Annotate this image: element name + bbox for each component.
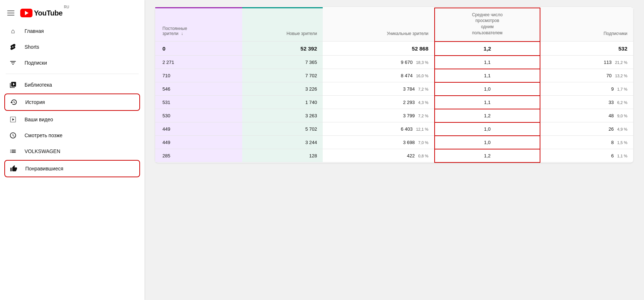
home-icon: ⌂ — [9, 27, 17, 35]
col-header-new-text: Новые зрители — [287, 31, 317, 36]
cell-permanent: 710 — [155, 69, 242, 82]
cell-unique: 3 799 7,2 % — [323, 109, 435, 122]
cell-new: 3 263 — [242, 109, 323, 122]
cell-unique: 3 784 7,2 % — [323, 82, 435, 96]
shorts-icon — [9, 43, 17, 51]
cell-unique: 422 0,8 % — [323, 149, 435, 162]
table-row: 285128422 0,8 %1,26 1,1 % — [155, 149, 633, 162]
sidebar-item-watch-later[interactable]: Смотреть позже — [0, 127, 144, 143]
logo[interactable]: YouTube RU — [20, 9, 69, 17]
table-row: 5463 2263 784 7,2 %1,09 1,7 % — [155, 82, 633, 96]
main-content: Постоянныезрители ↓ Новые зрители Уникал… — [144, 0, 644, 300]
cell-permanent: 449 — [155, 136, 242, 149]
sidebar-item-liked[interactable]: Понравившиеся — [4, 160, 140, 177]
col-header-unique[interactable]: Уникальные зрители — [323, 8, 435, 42]
col-header-avg-text: Среднее числопросмотроводнимпользователе… — [441, 12, 534, 36]
cell-permanent: 530 — [155, 109, 242, 122]
nav-label-library: Библиотека — [25, 82, 52, 88]
cell-avg: 1,1 — [435, 96, 540, 109]
table-row: 5303 2633 799 7,2 %1,248 9,0 % — [155, 109, 633, 122]
cell-subs: 33 6,2 % — [540, 96, 633, 109]
nav-label-volkswagen: VOLKSWAGEN — [25, 148, 60, 154]
sidebar-item-volkswagen[interactable]: VOLKSWAGEN — [0, 143, 144, 159]
cell-new: 7 365 — [242, 56, 323, 69]
col-header-new[interactable]: Новые зрители — [242, 8, 323, 42]
cell-new: 1 740 — [242, 96, 323, 109]
cell-permanent: 531 — [155, 96, 242, 109]
table-row: 4493 2443 698 7,0 %1,08 1,5 % — [155, 136, 633, 149]
table-row: 2 2717 3659 670 18,3 %1,1113 21,2 % — [155, 56, 633, 69]
nav-label-home: Главная — [25, 28, 44, 34]
cell-new: 3 244 — [242, 136, 323, 149]
cell-unique: 2 293 4,3 % — [323, 96, 435, 109]
table-row: 5311 7402 293 4,3 %1,133 6,2 % — [155, 96, 633, 109]
nav-label-watch-later: Смотреть позже — [25, 132, 62, 138]
library-icon — [9, 81, 17, 89]
cell-permanent: 285 — [155, 149, 242, 162]
sidebar-item-library[interactable]: Библиотека — [0, 77, 144, 93]
summary-avg: 1,2 — [435, 42, 540, 56]
hamburger-icon[interactable] — [7, 10, 14, 16]
sidebar-header: YouTube RU — [0, 6, 144, 23]
cell-avg: 1,2 — [435, 109, 540, 122]
history-icon — [9, 98, 18, 106]
subscriptions-icon — [9, 58, 17, 67]
summary-subs: 532 — [540, 42, 633, 56]
col-header-permanent[interactable]: Постоянныезрители ↓ — [155, 8, 242, 42]
summary-unique: 52 868 — [323, 42, 435, 56]
nav-label-shorts: Shorts — [25, 44, 39, 50]
cell-new: 5 702 — [242, 122, 323, 136]
nav-label-history: История — [25, 99, 45, 105]
watch-later-icon — [9, 131, 17, 140]
sidebar-item-home[interactable]: ⌂ Главная — [0, 23, 144, 39]
nav-label-liked: Понравившиеся — [25, 166, 63, 171]
logo-country: RU — [64, 5, 69, 9]
youtube-logo: YouTube — [20, 9, 62, 17]
col-header-unique-text: Уникальные зрители — [387, 31, 428, 36]
cell-avg: 1,2 — [435, 149, 540, 162]
cell-avg: 1,1 — [435, 69, 540, 82]
cell-subs: 6 1,1 % — [540, 149, 633, 162]
cell-permanent: 449 — [155, 122, 242, 136]
cell-new: 3 226 — [242, 82, 323, 96]
table-header-row: Постоянныезрители ↓ Новые зрители Уникал… — [155, 8, 633, 42]
liked-icon — [9, 164, 18, 173]
playlist-icon — [9, 147, 17, 156]
sidebar-item-your-videos[interactable]: Ваши видео — [0, 112, 144, 127]
logo-play-button — [20, 9, 32, 17]
sidebar-item-history[interactable]: История — [4, 94, 140, 111]
nav-label-your-videos: Ваши видео — [25, 117, 53, 122]
cell-unique: 9 670 18,3 % — [323, 56, 435, 69]
app-container: YouTube RU ⌂ Главная Shorts По — [0, 0, 644, 300]
cell-subs: 26 4,9 % — [540, 122, 633, 136]
cell-avg: 1,0 — [435, 136, 540, 149]
cell-subs: 113 21,2 % — [540, 56, 633, 69]
cell-new: 7 702 — [242, 69, 323, 82]
cell-avg: 1,1 — [435, 56, 540, 69]
table-row: 4495 7026 403 12,1 %1,026 4,9 % — [155, 122, 633, 136]
cell-subs: 70 13,2 % — [540, 69, 633, 82]
sidebar-item-subscriptions[interactable]: Подписки — [0, 55, 144, 71]
cell-subs: 48 9,0 % — [540, 109, 633, 122]
col-header-subs[interactable]: Подписчики — [540, 8, 633, 42]
col-header-avg[interactable]: Среднее числопросмотроводнимпользователе… — [435, 8, 540, 42]
cell-unique: 8 474 16,0 % — [323, 69, 435, 82]
table-row: 7107 7028 474 16,0 %1,170 13,2 % — [155, 69, 633, 82]
cell-subs: 9 1,7 % — [540, 82, 633, 96]
your-videos-icon — [9, 115, 17, 124]
cell-subs: 8 1,5 % — [540, 136, 633, 149]
summary-new: 52 392 — [242, 42, 323, 56]
cell-permanent: 546 — [155, 82, 242, 96]
nav-divider — [6, 74, 139, 74]
col-header-permanent-text: Постоянныезрители ↓ — [162, 26, 236, 36]
cell-avg: 1,0 — [435, 82, 540, 96]
cell-permanent: 2 271 — [155, 56, 242, 69]
nav-label-subscriptions: Подписки — [25, 60, 47, 66]
summary-permanent: 0 — [155, 42, 242, 56]
sidebar: YouTube RU ⌂ Главная Shorts По — [0, 0, 144, 300]
sidebar-item-shorts[interactable]: Shorts — [0, 39, 144, 55]
col-header-subs-text: Подписчики — [604, 31, 627, 36]
analytics-table: Постоянныезрители ↓ Новые зрители Уникал… — [155, 7, 633, 163]
cell-unique: 6 403 12,1 % — [323, 122, 435, 136]
cell-avg: 1,0 — [435, 122, 540, 136]
